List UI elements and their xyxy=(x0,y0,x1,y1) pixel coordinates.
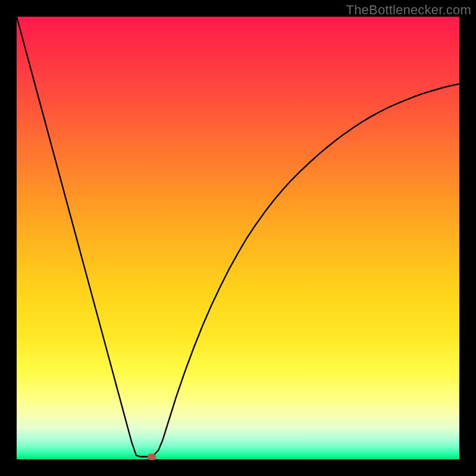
optimum-marker xyxy=(148,453,156,460)
plot-area xyxy=(17,17,459,459)
watermark-label: TheBottlenecker.com xyxy=(346,2,471,18)
bottleneck-curve xyxy=(17,17,459,459)
chart-frame: TheBottlenecker.com xyxy=(0,0,476,476)
